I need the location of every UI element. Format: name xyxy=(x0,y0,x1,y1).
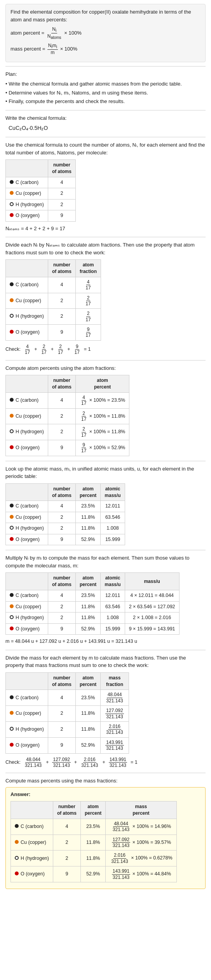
step6-title: Multiply Nᵢ by mᵢ to compute the mass fo… xyxy=(5,554,206,569)
el6-o: O (oxygen) xyxy=(6,623,48,635)
mass-percent-table: numberof atoms atompercent masspercent C… xyxy=(10,801,177,882)
table-row: O (oxygen) 9 52.9% 143.991321.143 × 100%… xyxy=(11,866,177,882)
table-row: C (carbon) 4 23.5% 12.011 xyxy=(6,501,125,512)
check3: Check: 417 + 217 + 217 + 917 = 1 xyxy=(5,344,206,355)
el3-c: C (carbon) xyxy=(6,277,48,293)
element-h: H (hydrogen) xyxy=(6,199,48,210)
table-row: C (carbon) 4 xyxy=(6,177,76,188)
divider-7 xyxy=(5,550,206,550)
divider-8 xyxy=(5,650,206,650)
col-element-header xyxy=(6,160,48,177)
ap4-c: 417 × 100% = 23.5% xyxy=(75,392,129,408)
col6-el-header xyxy=(6,573,48,590)
dot8-c xyxy=(15,824,19,828)
table-row: H (hydrogen) 2 11.8% 1.008 2 × 1.008 = 2… xyxy=(6,612,180,624)
n-cu: 2 xyxy=(48,188,75,200)
n4-o: 9 xyxy=(48,440,75,456)
plan-item-3: Finally, compute the percents and check … xyxy=(5,98,206,105)
dot-h xyxy=(10,202,14,206)
n3-cu: 2 xyxy=(48,293,75,309)
table-row: Cu (copper) 2 xyxy=(6,188,76,200)
chemical-formula: CuC₂O₄·0.5H₂O xyxy=(9,124,206,132)
dot8-o xyxy=(15,872,19,875)
el5-o: O (oxygen) xyxy=(6,534,48,545)
el4-cu: Cu (copper) xyxy=(6,408,48,424)
step1-section: Write the chemical formula: CuC₂O₄·0.5H₂… xyxy=(5,114,206,133)
table-row: Cu (copper) 2 11.8% 63.546 2 × 63.546 = … xyxy=(6,601,180,612)
frac3-c: 4 17 xyxy=(75,277,101,293)
dot6-h xyxy=(10,615,14,619)
frac3-o: 9 17 xyxy=(75,325,101,341)
col3-frac-header: atomfraction xyxy=(75,260,101,277)
step4-section: Compute atom percents using the atom fra… xyxy=(5,364,206,456)
n4-h: 2 xyxy=(48,424,75,440)
table-row: H (hydrogen) 2 11.8% 1.008 xyxy=(6,523,125,534)
el7-c: C (carbon) xyxy=(6,690,48,706)
table-row: Cu (copper) 2 217 × 100% = 11.8% xyxy=(6,408,129,424)
n4-c: 4 xyxy=(48,392,75,408)
dot5-c xyxy=(10,504,14,508)
divider-3 xyxy=(5,137,206,137)
plan-section: Plan: Write the chemical formula and gat… xyxy=(5,70,206,105)
el7-h: H (hydrogen) xyxy=(6,721,48,737)
step2-section: Use the chemical formula to count the nu… xyxy=(5,141,206,232)
col6-n-header: numberof atoms xyxy=(48,573,75,590)
step3-title: Divide each Nᵢ by Nₐₜₒₘₛ to calculate at… xyxy=(5,241,206,256)
plan-item-1: Write the chemical formula and gather at… xyxy=(5,80,206,88)
mol-mass-table: numberof atoms atompercent atomicmass/u … xyxy=(5,572,180,635)
el6-cu: Cu (copper) xyxy=(6,601,48,612)
table-row: Cu (copper) 2 2 17 xyxy=(6,293,101,309)
intro-block: Find the elemental composition for coppe… xyxy=(5,4,206,62)
dot5-cu xyxy=(10,515,14,519)
table-row: Cu (copper) 2 11.8% 63.546 xyxy=(6,512,125,523)
col5-am-header: atomicmass/u xyxy=(101,483,125,501)
dot3-cu xyxy=(10,298,14,302)
table-row: C (carbon) 4 23.5% 48.044321.143 × 100% … xyxy=(11,819,177,835)
frac3-h: 2 17 xyxy=(75,309,101,325)
table-row: H (hydrogen) 2 11.8% 2.016 321.143 xyxy=(6,721,129,737)
table-row: H (hydrogen) 2 217 × 100% = 11.8% xyxy=(6,424,129,440)
table-row: O (oxygen) 9 9 17 xyxy=(6,325,101,341)
step4-title: Compute atom percents using the atom fra… xyxy=(5,364,206,372)
plan-title: Plan: xyxy=(5,70,206,78)
atomic-mass-table: numberof atoms atompercent atomicmass/u … xyxy=(5,483,125,546)
dot3-h xyxy=(10,314,14,318)
step5-title: Look up the atomic mass, mᵢ, in unified … xyxy=(5,465,206,480)
n-o: 9 xyxy=(48,210,75,222)
step8-title: Compute mass percents using the mass fra… xyxy=(5,777,206,785)
n-c: 4 xyxy=(48,177,75,188)
check7: Check: 48.044321.143 + 127.092321.143 + … xyxy=(5,757,206,768)
table-row: O (oxygen) 9 52.9% 15.999 xyxy=(6,534,125,545)
dot3-c xyxy=(10,282,14,286)
dot6-c xyxy=(10,593,14,597)
divider-2 xyxy=(5,110,206,110)
el3-cu: Cu (copper) xyxy=(6,293,48,309)
dot-c xyxy=(10,180,14,184)
el4-h: H (hydrogen) xyxy=(6,424,48,440)
element-cu: Cu (copper) xyxy=(6,188,48,200)
el4-c: C (carbon) xyxy=(6,392,48,408)
col5-ap-header: atompercent xyxy=(75,483,100,501)
el6-h: H (hydrogen) xyxy=(6,612,48,624)
m-line: m = 48.044 u + 127.092 u + 2.016 u + 143… xyxy=(5,638,206,645)
atom-fraction-table: numberof atoms atomfraction C (carbon) 4… xyxy=(5,259,101,341)
col5-el-header xyxy=(6,483,48,501)
step1-title: Write the chemical formula: xyxy=(5,114,206,122)
col3-el-header xyxy=(6,260,48,277)
el8-cu: Cu (copper) xyxy=(11,835,53,850)
dot7-c xyxy=(10,695,14,699)
formulas: atom percent = Ni Natoms × 100% mass per… xyxy=(10,26,201,56)
table-row: Cu (copper) 2 11.8% 127.092 321.143 xyxy=(6,706,129,722)
dot7-o xyxy=(10,743,14,747)
col7-el-header xyxy=(6,672,48,690)
ap4-o: 917 × 100% = 52.9% xyxy=(75,440,129,456)
el8-h: H (hydrogen) xyxy=(11,850,53,866)
col-natoms-header: numberof atoms xyxy=(48,160,75,177)
col5-n-header: numberof atoms xyxy=(48,483,75,501)
table-row: O (oxygen) 9 xyxy=(6,210,76,222)
el8-c: C (carbon) xyxy=(11,819,53,835)
el7-cu: Cu (copper) xyxy=(6,706,48,722)
step7-title: Divide the mass for each element by m to… xyxy=(5,654,206,669)
col8-mp-header: masspercent xyxy=(106,802,176,819)
natoms-line: Nₐₜₒₘₛ = 4 + 2 + 2 + 9 = 17 xyxy=(5,225,206,233)
